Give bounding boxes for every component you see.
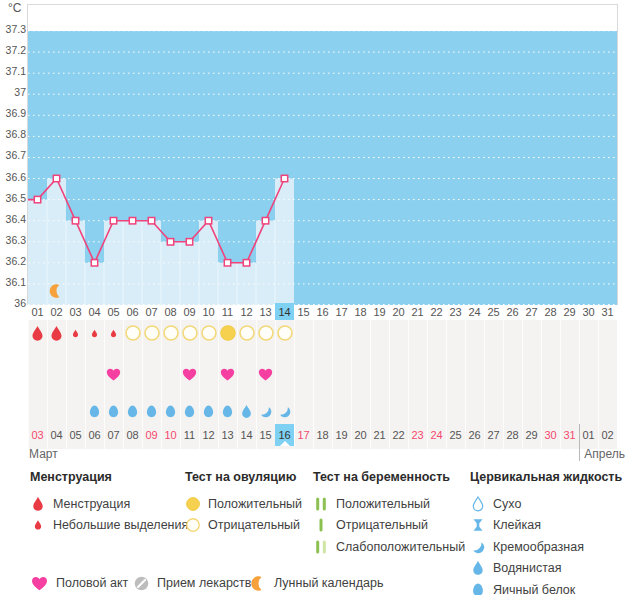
- cervical-fluid-cell[interactable]: [541, 398, 560, 424]
- flow-test-cell[interactable]: [541, 320, 560, 346]
- flow-test-cell[interactable]: [427, 320, 446, 346]
- flow-test-cell[interactable]: [522, 320, 541, 346]
- intercourse-cell[interactable]: [389, 360, 408, 388]
- flow-test-cell[interactable]: [142, 320, 161, 346]
- flow-test-cell[interactable]: [351, 320, 370, 346]
- flow-test-cell[interactable]: [218, 320, 237, 346]
- cervical-fluid-cell[interactable]: [522, 398, 541, 424]
- calendar-date-cell[interactable]: 04: [47, 424, 66, 446]
- cycle-day-cell[interactable]: 16: [313, 303, 332, 320]
- flow-test-cell[interactable]: [275, 320, 294, 346]
- flow-test-cell[interactable]: [503, 320, 522, 346]
- calendar-date-cell[interactable]: 24: [427, 424, 446, 446]
- cervical-fluid-cell[interactable]: [560, 398, 579, 424]
- intercourse-cell[interactable]: [161, 360, 180, 388]
- flow-test-cell[interactable]: [560, 320, 579, 346]
- cycle-day-cell[interactable]: 31: [598, 303, 617, 320]
- flow-test-cell[interactable]: [389, 320, 408, 346]
- cycle-day-cell[interactable]: 28: [541, 303, 560, 320]
- calendar-date-cell[interactable]: 31: [560, 424, 579, 446]
- cycle-day-cell[interactable]: 23: [446, 303, 465, 320]
- cycle-day-cell[interactable]: 30: [579, 303, 598, 320]
- flow-test-cell[interactable]: [408, 320, 427, 346]
- cycle-day-cell[interactable]: 15: [294, 303, 313, 320]
- cycle-day-cell[interactable]: 06: [123, 303, 142, 320]
- cervical-fluid-cell[interactable]: [389, 398, 408, 424]
- calendar-date-cell[interactable]: 15: [256, 424, 275, 446]
- flow-test-cell[interactable]: [199, 320, 218, 346]
- flow-test-cell[interactable]: [256, 320, 275, 346]
- cervical-fluid-cell[interactable]: [370, 398, 389, 424]
- calendar-date-cell[interactable]: 05: [66, 424, 85, 446]
- intercourse-cell[interactable]: [446, 360, 465, 388]
- calendar-date-cell[interactable]: 12: [199, 424, 218, 446]
- cycle-day-cell[interactable]: 22: [427, 303, 446, 320]
- cervical-fluid-cell[interactable]: [256, 398, 275, 424]
- cycle-day-cell[interactable]: 08: [161, 303, 180, 320]
- calendar-date-cell[interactable]: 27: [484, 424, 503, 446]
- intercourse-cell[interactable]: [237, 360, 256, 388]
- cervical-fluid-cell[interactable]: [142, 398, 161, 424]
- flow-test-cell[interactable]: [237, 320, 256, 346]
- intercourse-cell[interactable]: [142, 360, 161, 388]
- intercourse-cell[interactable]: [408, 360, 427, 388]
- intercourse-cell[interactable]: [598, 360, 617, 388]
- cervical-fluid-cell[interactable]: [104, 398, 123, 424]
- intercourse-cell[interactable]: [47, 360, 66, 388]
- flow-test-cell[interactable]: [484, 320, 503, 346]
- flow-test-cell[interactable]: [66, 320, 85, 346]
- intercourse-cell[interactable]: [28, 360, 47, 388]
- flow-test-cell[interactable]: [465, 320, 484, 346]
- intercourse-cell[interactable]: [370, 360, 389, 388]
- flow-test-cell[interactable]: [598, 320, 617, 346]
- cycle-day-cell[interactable]: 03: [66, 303, 85, 320]
- cycle-day-cell[interactable]: 27: [522, 303, 541, 320]
- intercourse-cell[interactable]: [427, 360, 446, 388]
- cervical-fluid-cell[interactable]: [351, 398, 370, 424]
- calendar-date-cell[interactable]: 06: [85, 424, 104, 446]
- calendar-date-cell[interactable]: 01: [579, 424, 598, 446]
- cycle-day-cell[interactable]: 13: [256, 303, 275, 320]
- calendar-date-cell[interactable]: 21: [370, 424, 389, 446]
- cycle-day-cell[interactable]: 14: [275, 303, 294, 320]
- calendar-date-cell[interactable]: 10: [161, 424, 180, 446]
- flow-test-cell[interactable]: [161, 320, 180, 346]
- cycle-day-cell[interactable]: 17: [332, 303, 351, 320]
- calendar-date-cell[interactable]: 18: [313, 424, 332, 446]
- cervical-fluid-cell[interactable]: [446, 398, 465, 424]
- calendar-date-cell[interactable]: 30: [541, 424, 560, 446]
- flow-test-cell[interactable]: [313, 320, 332, 346]
- calendar-date-cell[interactable]: 29: [522, 424, 541, 446]
- flow-test-cell[interactable]: [579, 320, 598, 346]
- intercourse-cell[interactable]: [294, 360, 313, 388]
- intercourse-cell[interactable]: [313, 360, 332, 388]
- cervical-fluid-cell[interactable]: [427, 398, 446, 424]
- cervical-fluid-cell[interactable]: [85, 398, 104, 424]
- calendar-date-cell[interactable]: 19: [332, 424, 351, 446]
- intercourse-cell[interactable]: [104, 360, 123, 388]
- flow-test-cell[interactable]: [294, 320, 313, 346]
- calendar-date-cell[interactable]: 23: [408, 424, 427, 446]
- flow-test-cell[interactable]: [123, 320, 142, 346]
- intercourse-cell[interactable]: [541, 360, 560, 388]
- flow-test-cell[interactable]: [180, 320, 199, 346]
- cervical-fluid-cell[interactable]: [598, 398, 617, 424]
- cycle-day-cell[interactable]: 05: [104, 303, 123, 320]
- intercourse-cell[interactable]: [66, 360, 85, 388]
- flow-test-cell[interactable]: [85, 320, 104, 346]
- intercourse-cell[interactable]: [332, 360, 351, 388]
- cervical-fluid-cell[interactable]: [465, 398, 484, 424]
- calendar-date-cell[interactable]: 17: [294, 424, 313, 446]
- cervical-fluid-cell[interactable]: [237, 398, 256, 424]
- intercourse-cell[interactable]: [85, 360, 104, 388]
- calendar-date-cell[interactable]: 26: [465, 424, 484, 446]
- intercourse-cell[interactable]: [503, 360, 522, 388]
- cycle-day-cell[interactable]: 07: [142, 303, 161, 320]
- calendar-date-cell[interactable]: 08: [123, 424, 142, 446]
- cervical-fluid-cell[interactable]: [408, 398, 427, 424]
- cervical-fluid-cell[interactable]: [47, 398, 66, 424]
- calendar-date-cell[interactable]: 20: [351, 424, 370, 446]
- cycle-day-cell[interactable]: 18: [351, 303, 370, 320]
- cervical-fluid-cell[interactable]: [161, 398, 180, 424]
- flow-test-cell[interactable]: [332, 320, 351, 346]
